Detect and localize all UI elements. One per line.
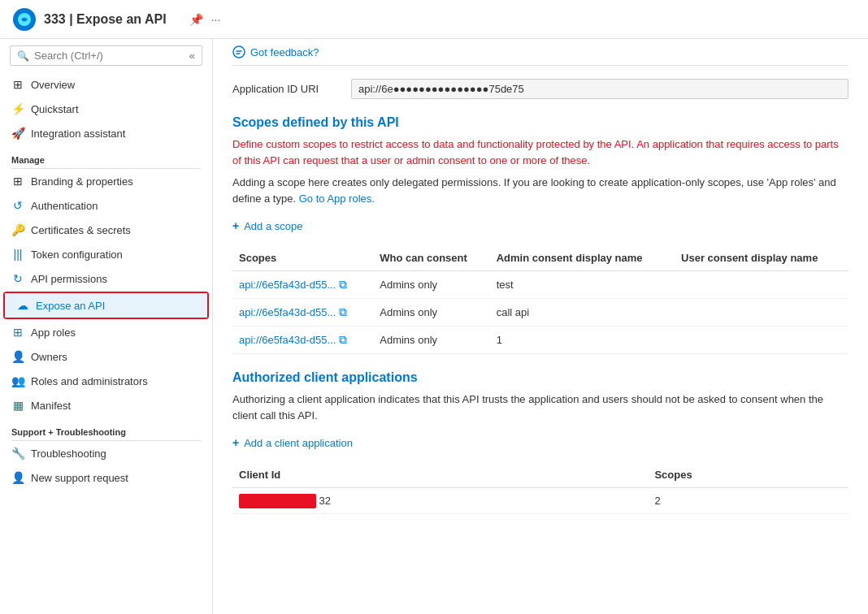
- sidebar-item-quickstart[interactable]: ⚡ Quickstart: [0, 97, 212, 121]
- copy-icon[interactable]: ⧉: [339, 278, 347, 292]
- sidebar-item-api-permissions[interactable]: ↻ API permissions: [0, 266, 212, 291]
- search-input[interactable]: [34, 50, 184, 62]
- app-roles-icon: ⊞: [11, 326, 24, 339]
- sidebar-item-overview[interactable]: ⊞ Overview: [0, 72, 212, 97]
- overview-icon: ⊞: [11, 78, 24, 91]
- sidebar-item-manifest[interactable]: ▦ Manifest: [0, 393, 212, 417]
- copy-icon[interactable]: ⧉: [339, 333, 347, 347]
- add-scope-label: Add a scope: [244, 220, 302, 232]
- go-to-app-roles-link[interactable]: Go to App roles.: [299, 192, 375, 205]
- col-consent: Who can consent: [373, 245, 489, 271]
- scopes-info-text: Define custom scopes to restrict access …: [232, 136, 848, 168]
- col-scopes: Scopes: [232, 245, 373, 271]
- manifest-icon: ▦: [11, 399, 24, 412]
- client-id-cell: ●●●●●●●●●●●● 32: [232, 488, 648, 514]
- app-id-uri-label: Application ID URI: [232, 83, 338, 95]
- sidebar-item-app-roles[interactable]: ⊞ App roles: [0, 320, 212, 344]
- svg-point-1: [233, 46, 245, 58]
- user-display-name: [675, 271, 848, 299]
- scope-link[interactable]: api://6e5fa43d-d55...: [239, 306, 336, 318]
- sidebar-item-troubleshooting[interactable]: 🔧 Troubleshooting: [0, 441, 212, 465]
- who-consent: Admins only: [373, 326, 489, 354]
- admin-display-name: test: [490, 271, 675, 299]
- sidebar-item-authentication[interactable]: ↺ Authentication: [0, 193, 212, 218]
- user-display-name: [675, 326, 848, 354]
- quickstart-icon: ⚡: [11, 102, 24, 115]
- more-icon[interactable]: ···: [211, 13, 221, 26]
- scopes-note-text: Adding a scope here creates only delegat…: [232, 175, 848, 206]
- search-bar[interactable]: 🔍 «: [10, 45, 202, 66]
- certificates-icon: 🔑: [11, 223, 24, 236]
- plus-icon: +: [232, 436, 239, 449]
- client-scopes: 2: [648, 488, 848, 514]
- sidebar-item-integration[interactable]: 🚀 Integration assistant: [0, 121, 212, 145]
- table-row: api://6e5fa43d-d55...⧉ Admins only 1: [232, 326, 848, 354]
- sidebar: 🔍 « ⊞ Overview ⚡ Quickstart 🚀 Integratio…: [0, 39, 213, 614]
- app-icon: [13, 8, 36, 31]
- sidebar-item-owners[interactable]: 👤 Owners: [0, 344, 212, 369]
- token-icon: |||: [11, 248, 24, 261]
- col-admin-name: Admin consent display name: [490, 245, 675, 271]
- copy-icon[interactable]: ⧉: [339, 305, 347, 319]
- integration-icon: 🚀: [11, 127, 24, 140]
- feedback-label: Got feedback?: [250, 46, 319, 58]
- add-scope-link[interactable]: + Add a scope: [232, 219, 848, 232]
- table-row: api://6e5fa43d-d55...⧉ Admins only call …: [232, 299, 848, 326]
- admin-display-name: call api: [490, 299, 675, 326]
- support-icon: 👤: [11, 471, 24, 484]
- scopes-table: Scopes Who can consent Admin consent dis…: [232, 245, 848, 354]
- manage-section-header: Manage: [0, 145, 212, 168]
- sidebar-item-label: Quickstart: [31, 103, 79, 115]
- page-title: 333 | Expose an API: [44, 12, 167, 27]
- sidebar-item-branding[interactable]: ⊞ Branding & properties: [0, 169, 212, 193]
- collapse-icon[interactable]: «: [189, 50, 195, 62]
- who-consent: Admins only: [373, 299, 489, 326]
- feedback-bar[interactable]: Got feedback?: [232, 39, 848, 66]
- app-id-uri-row: Application ID URI api://6e●●●●●●●●●●●●●…: [232, 79, 848, 99]
- expose-api-icon: ☁: [16, 299, 29, 312]
- add-client-label: Add a client application: [244, 437, 353, 449]
- feedback-icon: [232, 45, 245, 58]
- scopes-section-title: Scopes defined by this API: [232, 115, 848, 130]
- sidebar-item-certificates[interactable]: 🔑 Certificates & secrets: [0, 218, 212, 242]
- sidebar-item-label: Overview: [31, 79, 75, 91]
- sidebar-item-expose-api[interactable]: ☁ Expose an API: [5, 293, 207, 318]
- sidebar-item-new-support[interactable]: 👤 New support request: [0, 465, 212, 490]
- plus-icon: +: [232, 219, 239, 232]
- api-perm-icon: ↻: [11, 272, 24, 285]
- authentication-icon: ↺: [11, 199, 24, 212]
- app-id-uri-value: api://6e●●●●●●●●●●●●●●●75de75: [351, 79, 848, 99]
- scope-link[interactable]: api://6e5fa43d-d55...: [239, 334, 336, 346]
- clients-table: Client Id Scopes ●●●●●●●●●●●● 32 2: [232, 462, 848, 514]
- top-bar: 333 | Expose an API 📌 ···: [0, 0, 868, 39]
- branding-icon: ⊞: [11, 175, 24, 188]
- scope-link[interactable]: api://6e5fa43d-d55...: [239, 279, 336, 291]
- who-consent: Admins only: [373, 271, 489, 299]
- support-section-header: Support + Troubleshooting: [0, 417, 212, 440]
- auth-clients-title: Authorized client applications: [232, 370, 848, 385]
- pin-icon[interactable]: 📌: [189, 13, 203, 26]
- redacted-client-id: ●●●●●●●●●●●●: [239, 494, 316, 508]
- troubleshooting-icon: 🔧: [11, 447, 24, 460]
- table-row: api://6e5fa43d-d55...⧉ Admins only test: [232, 271, 848, 299]
- search-icon: 🔍: [17, 50, 29, 62]
- col-user-name: User consent display name: [675, 245, 848, 271]
- add-client-link[interactable]: + Add a client application: [232, 436, 848, 449]
- main-content: Got feedback? Application ID URI api://6…: [213, 39, 868, 614]
- sidebar-item-token-config[interactable]: ||| Token configuration: [0, 242, 212, 266]
- col-client-id: Client Id: [232, 462, 648, 488]
- roles-icon: 👥: [11, 374, 24, 387]
- owners-icon: 👤: [11, 350, 24, 363]
- admin-display-name: 1: [490, 326, 675, 354]
- sidebar-item-label: Integration assistant: [31, 128, 125, 140]
- col-scopes: Scopes: [648, 462, 848, 488]
- table-row: ●●●●●●●●●●●● 32 2: [232, 488, 848, 514]
- user-display-name: [675, 299, 848, 326]
- auth-clients-text: Authorizing a client application indicat…: [232, 391, 848, 423]
- sidebar-item-roles-admins[interactable]: 👥 Roles and administrators: [0, 369, 212, 393]
